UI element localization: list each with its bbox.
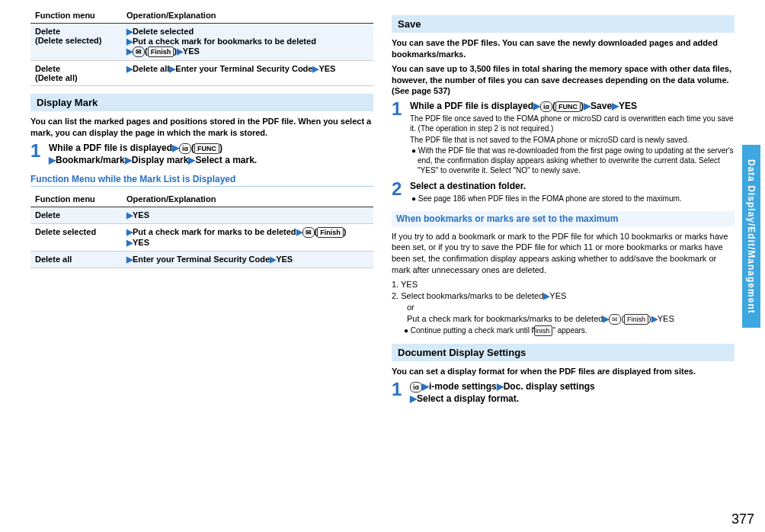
step-text: Doc. display settings	[504, 381, 595, 392]
save-intro-2: You can save up to 3,500 files in total …	[392, 63, 735, 98]
triangle-icon: ▶	[296, 227, 302, 236]
triangle-icon: ▶	[612, 101, 619, 111]
func-icon: FUNC	[194, 143, 219, 154]
table-row: Delete ▶YES	[30, 207, 373, 224]
step-text: Save	[591, 101, 612, 111]
triangle-icon: ▶	[270, 255, 276, 264]
triangle-icon: ▶	[126, 210, 133, 220]
bullet-text: ● Continue putting a check mark until "F…	[392, 325, 735, 336]
list-text: 2. Select bookmarks/marks to be deleted	[392, 291, 543, 300]
cell-function-name: Delete	[30, 207, 122, 224]
step-text: While a PDF file is displayed	[49, 143, 172, 153]
display-mark-intro: You can list the marked pages and positi…	[30, 116, 373, 139]
subhead-func-menu-mark-list: Function Menu while the Mark List is Dis…	[30, 174, 373, 187]
triangle-icon: ▶	[422, 381, 429, 392]
step-body: While a PDF file is displayed▶iα(FUNC) ▶…	[49, 142, 373, 166]
list-item: 1. YES	[392, 279, 735, 290]
step-text: i-mode settings	[429, 381, 497, 392]
triangle-icon: ▶	[651, 314, 658, 323]
cell-function-name: Delete (Delete all)	[30, 61, 122, 86]
step-text: Bookmark/mark	[56, 155, 125, 165]
section-doc-display-settings: Document Display Settings	[392, 344, 735, 361]
cell-operation: ▶Put a check mark for marks to be delete…	[122, 224, 373, 252]
op-text: Enter your Terminal Security Code	[133, 255, 270, 264]
step-text: )	[219, 143, 222, 153]
triangle-icon: ▶	[126, 238, 133, 247]
section-save: Save	[392, 15, 735, 33]
list-item: 2. Select bookmarks/marks to be deleted▶…	[392, 290, 735, 302]
cell-function-name: Delete (Delete selected)	[30, 24, 122, 61]
step-1: 1 While a PDF file is displayed▶iα(FUNC)…	[392, 100, 735, 175]
triangle-icon: ▶	[603, 314, 609, 323]
cell-operation: ▶Delete all▶Enter your Terminal Security…	[122, 61, 373, 86]
bullet-content: See page 186 when PDF files in the FOMA …	[418, 194, 682, 203]
step-body: iα▶i-mode settings▶Doc. display settings…	[410, 380, 735, 405]
bullet-text: ● With the PDF file that was re-download…	[410, 146, 735, 175]
step-number-icon: 1	[392, 100, 405, 175]
step-text: Display mark	[132, 155, 189, 165]
op-text: Delete all	[133, 64, 169, 73]
cell-operation: ▶Enter your Terminal Security Code▶YES	[122, 252, 373, 268]
cell-operation: ▶YES	[122, 207, 373, 224]
step-number-icon: 1	[30, 142, 44, 166]
op-text: YES	[133, 210, 149, 220]
bullet-content: " appears.	[552, 326, 587, 335]
ialpha-icon: iα	[410, 382, 422, 393]
op-text: YES	[276, 255, 293, 264]
op-text: Enter your Terminal Security Code	[175, 64, 312, 73]
op-text: Put a check mark for bookmarks to be del…	[133, 37, 316, 46]
table-row: Delete (Delete selected) ▶Delete selecte…	[30, 24, 373, 61]
step-1: 1 iα▶i-mode settings▶Doc. display settin…	[392, 380, 735, 405]
step-sub-text: The PDF file once saved to the FOMA phon…	[410, 114, 735, 133]
col-header-operation: Operation/Explanation	[122, 191, 373, 207]
page-root: Function menu Operation/Explanation Dele…	[0, 0, 765, 417]
bullet-text: ● See page 186 when PDF files in the FOM…	[410, 194, 735, 204]
list-or: or	[392, 302, 735, 313]
step-2: 2 Select a destination folder. ● See pag…	[392, 180, 735, 203]
function-menu-table-2: Function menu Operation/Explanation Dele…	[30, 191, 373, 268]
step-number-icon: 2	[392, 180, 405, 203]
step-sub-text: The PDF file that is not saved to the FO…	[410, 135, 735, 145]
triangle-icon: ▶	[126, 27, 133, 36]
triangle-icon: ▶	[126, 37, 133, 46]
triangle-icon: ▶	[584, 101, 591, 111]
op-text: Delete selected	[133, 27, 194, 36]
step-text: While a PDF file is displayed	[410, 101, 533, 111]
step-body: Select a destination folder. ● See page …	[410, 180, 735, 203]
right-column: Save You can save the PDF files. You can…	[392, 8, 735, 409]
step-text: Select a display format.	[417, 393, 519, 404]
page-number: 377	[731, 511, 754, 527]
cell-function-name: Delete selected	[30, 224, 122, 252]
cell-operation: ▶Delete selected ▶Put a check mark for b…	[122, 24, 373, 61]
table-row: Delete all ▶Enter your Terminal Security…	[30, 252, 373, 268]
step-text: YES	[619, 101, 637, 111]
triangle-icon: ▶	[177, 46, 183, 56]
col-header-function: Function menu	[30, 8, 122, 24]
list-text: Put a check mark for bookmarks/marks to …	[407, 314, 603, 323]
max-intro: If you try to add a bookmark or mark to …	[392, 231, 735, 276]
finish-icon: Finish	[624, 314, 648, 325]
side-tab: Data Display/Edit/Management	[742, 145, 760, 328]
triangle-icon: ▶	[126, 227, 133, 236]
finish-icon: Finish	[148, 46, 174, 57]
ialpha-icon: iα	[179, 143, 191, 154]
triangle-icon: ▶	[125, 155, 132, 165]
op-text: YES	[183, 46, 200, 56]
triangle-icon: ▶	[497, 381, 504, 392]
triangle-icon: ▶	[533, 101, 540, 111]
step-text: Select a mark.	[195, 155, 257, 165]
left-column: Function menu Operation/Explanation Dele…	[30, 8, 373, 409]
col-header-function: Function menu	[30, 191, 122, 207]
list-item: Put a check mark for bookmarks/marks to …	[392, 313, 735, 325]
function-menu-table-1: Function menu Operation/Explanation Dele…	[30, 8, 373, 86]
subhead-max-bookmarks: When bookmarks or marks are set to the m…	[392, 211, 735, 226]
step-text: Select a destination folder.	[410, 180, 735, 192]
list-text: YES	[658, 314, 674, 323]
triangle-icon: ▶	[126, 255, 133, 264]
table-row: Delete selected ▶Put a check mark for ma…	[30, 224, 373, 252]
mail-icon: ✉	[302, 227, 315, 238]
step-body: While a PDF file is displayed▶iα(FUNC)▶S…	[410, 100, 735, 175]
triangle-icon: ▶	[49, 155, 56, 165]
func-icon: FUNC	[555, 101, 581, 112]
op-text: YES	[133, 238, 149, 247]
